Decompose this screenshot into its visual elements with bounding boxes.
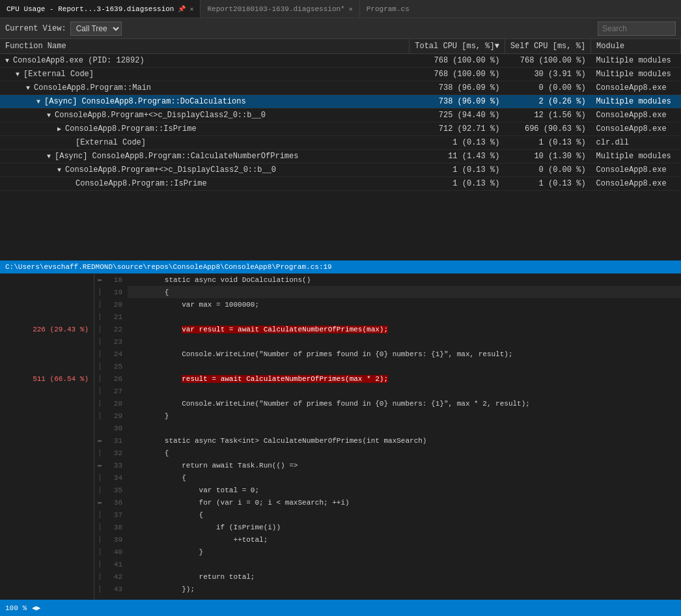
expand-icon[interactable]: ▼ [5, 57, 12, 64]
function-name: [Async] ConsoleApp8.Program::DoCalculati… [44, 97, 246, 106]
line-number: 23 [105, 335, 128, 348]
tab-diagsession1[interactable]: CPU Usage - Report...3-1639.diagsession … [0, 0, 201, 18]
scroll-left-icon[interactable]: ◀ [32, 604, 36, 612]
collapse-indicator[interactable]: ▬ [94, 273, 105, 286]
code-line: static async void DoCalculations() [128, 273, 681, 286]
heat-value [0, 521, 94, 533]
collapse-indicator: │ [94, 348, 105, 360]
line-number: 19 [105, 286, 128, 298]
expand-icon[interactable]: ▼ [36, 98, 43, 105]
collapse-indicator: │ [94, 471, 105, 484]
col-module[interactable]: Module [591, 39, 681, 54]
module: ConsoleApp8.exe [591, 81, 681, 95]
code-line: var result = await CalculateNumberOfPrim… [128, 323, 681, 335]
self-cpu: 696 (90.63 %) [505, 122, 591, 136]
tab-diagsession2[interactable]: Report20180103-1639.diagsession* ✕ [201, 0, 359, 18]
col-total-cpu[interactable]: Total CPU [ms, %]▼ [410, 39, 505, 54]
code-line: { [128, 286, 681, 298]
tab-program[interactable]: Program.cs [360, 0, 416, 18]
file-path-text: C:\Users\evschaff.REDMOND\source\repos\C… [5, 263, 332, 271]
self-cpu: 0 (0.00 %) [505, 81, 591, 95]
code-line [128, 311, 681, 323]
table-row[interactable]: ConsoleApp8.Program::IsPrime1 (0.13 %)1 … [0, 177, 681, 191]
zoom-level: 100 % [5, 604, 27, 612]
heat-value [0, 558, 94, 570]
heat-value [0, 484, 94, 496]
function-name: [External Code] [23, 70, 94, 79]
module: ConsoleApp8.exe [591, 109, 681, 122]
table-row[interactable]: [External Code]1 (0.13 %)1 (0.13 %)clr.d… [0, 136, 681, 150]
total-cpu: 1 (0.13 %) [410, 177, 505, 191]
module: ConsoleApp8.exe [591, 122, 681, 136]
col-function-name[interactable]: Function Name [0, 39, 410, 54]
line-number: 20 [105, 298, 128, 311]
tab-label: CPU Usage - Report...3-1639.diagsession [7, 5, 174, 13]
collapse-indicator[interactable]: ▬ [94, 434, 105, 447]
total-cpu: 712 (92.71 %) [410, 122, 505, 136]
function-name: ConsoleApp8.Program+<>c_DisplayClass2_0:… [65, 165, 276, 175]
expand-icon[interactable]: ▼ [26, 85, 33, 92]
expand-icon[interactable]: ▶ [57, 125, 64, 133]
function-name: ConsoleApp8.Program::IsPrime [65, 124, 197, 133]
code-line: Console.WriteLine("Number of primes foun… [128, 397, 681, 410]
code-indent [130, 326, 182, 333]
search-input[interactable] [598, 21, 676, 36]
code-line: } [128, 546, 681, 558]
col-self-cpu[interactable]: Self CPU [ms, %] [505, 39, 591, 54]
line-number: 29 [105, 410, 128, 422]
table-row[interactable]: ▼[External Code]768 (100.00 %)30 (3.91 %… [0, 68, 681, 81]
table-row[interactable]: ▼ConsoleApp8.Program::Main738 (96.09 %)0… [0, 81, 681, 95]
collapse-col: ▬│││││││││││▬│▬││▬│││││││ [94, 273, 105, 600]
table-row[interactable]: ▼[Async] ConsoleApp8.Program::DoCalculat… [0, 95, 681, 109]
heat-value [0, 459, 94, 471]
expand-icon[interactable]: ▼ [47, 153, 53, 160]
expand-icon[interactable]: ▼ [57, 167, 64, 174]
collapse-indicator: │ [94, 335, 105, 348]
function-name: ConsoleApp8.exe (PID: 12892) [13, 56, 145, 65]
tab-close-icon[interactable]: ✕ [189, 5, 193, 13]
line-number: 33 [105, 459, 128, 471]
table-row[interactable]: ▼[Async] ConsoleApp8.Program::CalculateN… [0, 150, 681, 163]
expand-icon[interactable]: ▼ [47, 112, 53, 119]
total-cpu: 1 (0.13 %) [410, 136, 505, 150]
line-numbers: 1819202122232425262728293031323334353637… [105, 273, 128, 600]
collapse-indicator[interactable]: ▬ [94, 496, 105, 509]
table-row[interactable]: ▼ConsoleApp8.exe (PID: 12892)768 (100.00… [0, 54, 681, 68]
heat-value [0, 447, 94, 459]
tab-program-label: Program.cs [367, 5, 410, 13]
collapse-indicator: │ [94, 410, 105, 422]
collapse-indicator[interactable]: ▬ [94, 459, 105, 471]
collapse-indicator: │ [94, 558, 105, 570]
collapse-indicator: │ [94, 521, 105, 533]
total-cpu: 738 (96.09 %) [410, 81, 505, 95]
heat-value [0, 422, 94, 434]
expand-icon[interactable]: ▼ [16, 71, 22, 78]
line-number: 42 [105, 570, 128, 583]
tab-pin-icon[interactable]: 📌 [178, 5, 186, 13]
collapse-indicator: │ [94, 311, 105, 323]
collapse-indicator: │ [94, 484, 105, 496]
scroll-right-icon[interactable]: ▶ [36, 604, 41, 612]
code-line [128, 385, 681, 397]
view-select[interactable]: Call Tree [70, 21, 122, 36]
tab-close-icon2[interactable]: ✕ [349, 5, 353, 13]
self-cpu: 768 (100.00 %) [505, 54, 591, 68]
heat-value [0, 410, 94, 422]
perf-table-container: Function Name Total CPU [ms, %]▼ Self CP… [0, 39, 681, 260]
heat-value [0, 471, 94, 484]
current-view-label: Current View: [5, 24, 66, 33]
table-row[interactable]: ▶ConsoleApp8.Program::IsPrime712 (92.71 … [0, 122, 681, 136]
code-content[interactable]: static async void DoCalculations() { var… [128, 273, 681, 600]
table-row[interactable]: ▼ConsoleApp8.Program+<>c_DisplayClass2_0… [0, 163, 681, 177]
total-cpu: 11 (1.43 %) [410, 150, 505, 163]
collapse-indicator: │ [94, 546, 105, 558]
toolbar: Current View: Call Tree [0, 18, 681, 39]
heat-value [0, 311, 94, 323]
line-number: 30 [105, 422, 128, 434]
table-row[interactable]: ▼ConsoleApp8.Program+<>c_DisplayClass2_0… [0, 109, 681, 122]
code-line: { [128, 447, 681, 459]
line-number: 26 [105, 372, 128, 385]
line-number: 35 [105, 484, 128, 496]
code-line [128, 360, 681, 372]
status-bar: 100 % ◀ ▶ [0, 600, 681, 616]
